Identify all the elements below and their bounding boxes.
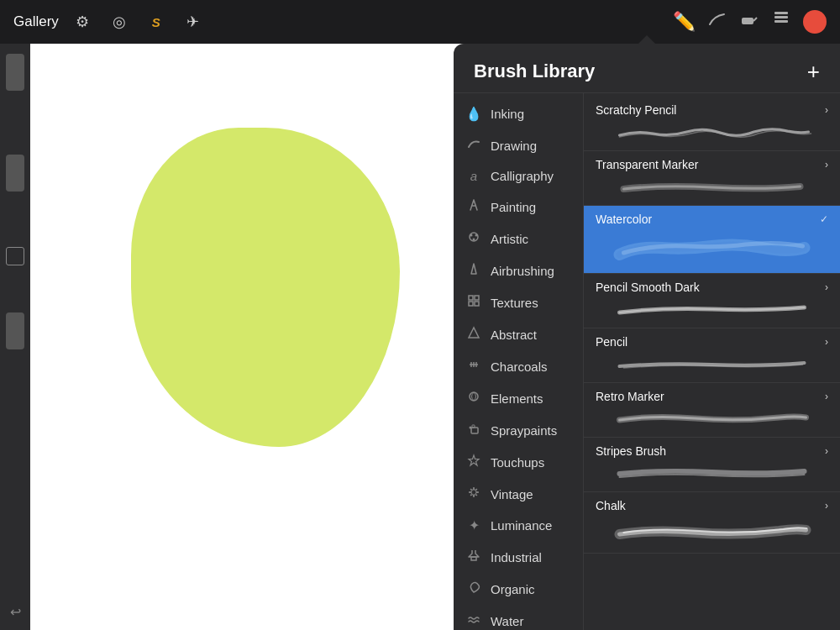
category-item-textures[interactable]: Textures xyxy=(454,286,583,318)
brush-library-header: Brush Library + xyxy=(454,44,840,93)
toolbar: Gallery ⚙ ◎ S ✈ ✏️ xyxy=(0,0,840,44)
canvas-blob xyxy=(131,128,400,447)
category-label-airbrushing: Airbrushing xyxy=(491,264,554,278)
category-list: 💧 Inking Drawing a Calligraphy Painting xyxy=(454,93,584,630)
brush-library-body: 💧 Inking Drawing a Calligraphy Painting xyxy=(454,93,840,630)
brush-checkmark: › xyxy=(825,391,828,402)
brush-item-header: Watercolor ✓ xyxy=(596,213,828,226)
category-item-water[interactable]: Water xyxy=(454,605,583,630)
brush-item-header: Transparent Marker › xyxy=(596,158,828,171)
category-label-inking: Inking xyxy=(491,107,524,121)
brush-checkmark-watercolor: ✓ xyxy=(820,213,828,225)
eraser-tool-icon[interactable] xyxy=(739,9,759,34)
undo-button[interactable]: ↩ xyxy=(10,604,21,620)
layers-icon[interactable] xyxy=(771,9,791,34)
category-label-painting: Painting xyxy=(491,200,536,214)
category-item-organic[interactable]: Organic xyxy=(454,573,583,605)
category-item-vintage[interactable]: Vintage xyxy=(454,478,583,510)
brush-item-pencil-smooth-dark[interactable]: Pencil Smooth Dark › xyxy=(584,274,840,328)
left-sidebar: ↩ xyxy=(0,44,30,630)
touchups-icon xyxy=(465,454,482,470)
category-item-calligraphy[interactable]: a Calligraphy xyxy=(454,161,583,191)
category-item-drawing[interactable]: Drawing xyxy=(454,129,583,161)
brush-library-title: Brush Library xyxy=(474,60,595,82)
canvas-area[interactable] xyxy=(30,44,467,630)
toolbar-right: ✏️ xyxy=(673,9,827,34)
brush-item-retro-marker[interactable]: Retro Marker › xyxy=(584,383,840,438)
brush-item-watercolor[interactable]: Watercolor ✓ xyxy=(584,206,840,274)
brush-stroke-chalk xyxy=(596,516,828,546)
brush-name-chalk: Chalk xyxy=(596,499,626,512)
color-picker[interactable] xyxy=(803,10,827,34)
svg-rect-1 xyxy=(774,16,788,18)
wrench-icon[interactable]: ⚙ xyxy=(69,8,96,35)
category-item-touchups[interactable]: Touchups xyxy=(454,446,583,478)
category-item-luminance[interactable]: ✦ Luminance xyxy=(454,510,583,541)
drawing-icon xyxy=(465,137,482,154)
category-item-elements[interactable]: Elements xyxy=(454,382,583,414)
brush-stroke-transparent-marker xyxy=(596,175,828,198)
transform-icon[interactable]: ✈ xyxy=(180,8,207,35)
calligraphy-icon: a xyxy=(465,169,482,183)
category-label-artistic: Artistic xyxy=(491,232,528,246)
svg-point-7 xyxy=(473,239,475,241)
flow-slider[interactable] xyxy=(6,312,24,349)
svg-point-5 xyxy=(470,234,473,237)
category-item-inking[interactable]: 💧 Inking xyxy=(454,98,583,129)
gallery-button[interactable]: Gallery xyxy=(13,13,59,30)
brush-item-pencil[interactable]: Pencil › xyxy=(584,328,840,383)
svg-rect-2 xyxy=(774,20,788,23)
inking-icon: 💧 xyxy=(465,106,482,122)
svg-rect-9 xyxy=(475,296,479,300)
brush-tool-icon[interactable]: ✏️ xyxy=(673,11,696,33)
brush-name-pencil-smooth-dark: Pencil Smooth Dark xyxy=(596,281,700,294)
category-item-artistic[interactable]: Artistic xyxy=(454,223,583,255)
brush-name-stripes-brush: Stripes Brush xyxy=(596,444,666,458)
category-item-painting[interactable]: Painting xyxy=(454,191,583,223)
luminance-icon: ✦ xyxy=(465,517,482,533)
brush-item-header: Scratchy Pencil › xyxy=(596,103,828,117)
brush-name-watercolor: Watercolor xyxy=(596,213,652,226)
category-label-textures: Textures xyxy=(491,296,538,310)
vintage-icon xyxy=(465,486,482,502)
brush-stroke-stripes-brush xyxy=(596,461,828,485)
textures-icon xyxy=(465,294,482,311)
toolbar-left: Gallery ⚙ ◎ S ✈ xyxy=(13,8,207,35)
category-item-abstract[interactable]: Abstract xyxy=(454,318,583,350)
charcoals-icon xyxy=(465,358,482,375)
add-brush-button[interactable]: + xyxy=(807,60,820,82)
category-item-charcoals[interactable]: Charcoals xyxy=(454,350,583,382)
industrial-icon xyxy=(465,549,482,565)
brush-size-slider[interactable] xyxy=(6,54,24,91)
smudge-tool-icon[interactable] xyxy=(707,9,727,34)
category-label-abstract: Abstract xyxy=(491,328,537,342)
brush-item-transparent-marker[interactable]: Transparent Marker › xyxy=(584,151,840,206)
brush-item-header: Pencil › xyxy=(596,335,828,349)
category-item-airbrushing[interactable]: Airbrushing xyxy=(454,255,583,286)
brush-checkmark: › xyxy=(825,500,828,512)
brush-item-scratchy-pencil[interactable]: Scratchy Pencil › xyxy=(584,97,840,151)
brush-item-header: Pencil Smooth Dark › xyxy=(596,281,828,294)
spraypaints-icon xyxy=(465,422,482,438)
selection-icon[interactable]: S xyxy=(143,8,170,35)
elements-icon xyxy=(465,390,482,407)
brush-item-chalk[interactable]: Chalk › xyxy=(584,492,840,554)
category-label-spraypaints: Spraypaints xyxy=(491,423,557,438)
svg-point-19 xyxy=(470,427,472,429)
brush-checkmark: › xyxy=(825,281,828,293)
category-label-water: Water xyxy=(491,614,523,628)
category-label-organic: Organic xyxy=(491,582,535,596)
opacity-slider[interactable] xyxy=(6,155,24,192)
svg-rect-8 xyxy=(469,296,473,300)
brush-checkmark: › xyxy=(825,445,828,457)
brush-name-pencil: Pencil xyxy=(596,335,627,349)
svg-rect-10 xyxy=(469,302,473,306)
abstract-icon xyxy=(465,326,482,343)
category-item-industrial[interactable]: Industrial xyxy=(454,541,583,573)
cursor-icon[interactable]: ◎ xyxy=(106,8,133,35)
category-item-spraypaints[interactable]: Spraypaints xyxy=(454,414,583,446)
brush-checkmark: › xyxy=(825,336,828,348)
brush-item-header: Chalk › xyxy=(596,499,828,512)
brush-item-stripes-brush[interactable]: Stripes Brush › xyxy=(584,438,840,492)
color-fill-btn[interactable] xyxy=(6,247,24,265)
